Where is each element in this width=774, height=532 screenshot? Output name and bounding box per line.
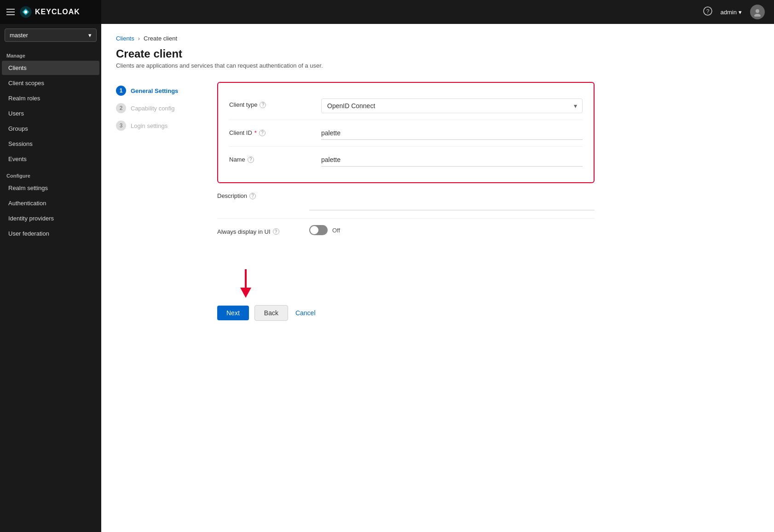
realm-dropdown-icon: ▾ xyxy=(88,32,92,39)
sidebar-item-client-scopes[interactable]: Client scopes xyxy=(2,76,99,90)
svg-text:?: ? xyxy=(706,8,709,15)
sidebar-item-events[interactable]: Events xyxy=(2,152,99,166)
avatar[interactable] xyxy=(750,5,765,19)
step-3: 3 Login settings xyxy=(116,117,199,134)
description-control xyxy=(309,190,595,212)
username-label: admin xyxy=(721,9,737,16)
sidebar-item-clients[interactable]: Clients xyxy=(2,61,99,75)
breadcrumb: Clients › Create client xyxy=(116,35,759,42)
buttons-area: Next Back Cancel xyxy=(217,305,759,339)
back-button[interactable]: Back xyxy=(254,305,288,321)
step-3-label: Login settings xyxy=(131,122,168,129)
client-type-row: Client type ? OpenID Connect SAML ▾ xyxy=(229,92,583,120)
description-textarea[interactable] xyxy=(309,190,595,210)
name-help-icon[interactable]: ? xyxy=(248,156,254,163)
description-help-icon[interactable]: ? xyxy=(249,193,256,199)
form-layout: 1 General Settings 2 Capability config 3… xyxy=(116,82,759,242)
sidebar-item-authentication[interactable]: Authentication xyxy=(2,196,99,210)
sidebar-item-user-federation[interactable]: User federation xyxy=(2,226,99,241)
toggle-off-label: Off xyxy=(332,227,340,234)
toggle-slider xyxy=(309,225,328,235)
realm-selector[interactable]: master ▾ xyxy=(5,29,97,42)
logo-label: KEYCLOAK xyxy=(35,8,80,16)
client-type-control: OpenID Connect SAML ▾ xyxy=(321,98,583,113)
always-display-toggle[interactable] xyxy=(309,225,328,235)
arrow-annotation xyxy=(240,269,759,298)
step-1: 1 General Settings xyxy=(116,82,199,99)
sidebar-item-realm-settings[interactable]: Realm settings xyxy=(2,181,99,195)
step-2-label: Capability config xyxy=(131,105,174,112)
sidebar-header: KEYCLOAK xyxy=(0,0,101,24)
realm-name: master xyxy=(10,32,28,39)
client-type-select-wrapper: OpenID Connect SAML ▾ xyxy=(321,98,583,113)
client-type-help-icon[interactable]: ? xyxy=(260,102,266,108)
name-row: Name ? xyxy=(229,147,583,173)
step-2-number: 2 xyxy=(116,103,126,113)
sidebar-item-sessions[interactable]: Sessions xyxy=(2,137,99,151)
page-content: Clients › Create client Create client Cl… xyxy=(101,24,774,532)
arrow-down-icon xyxy=(240,288,251,298)
hamburger-icon[interactable] xyxy=(6,9,15,15)
next-button[interactable]: Next xyxy=(217,306,249,320)
breadcrumb-current: Create client xyxy=(144,35,177,42)
name-control xyxy=(321,153,583,167)
description-row: Description ? xyxy=(217,183,595,219)
step-1-number: 1 xyxy=(116,86,126,96)
always-display-label: Always display in UI ? xyxy=(217,226,300,235)
client-id-control xyxy=(321,127,583,140)
description-label: Description ? xyxy=(217,190,300,199)
name-label: Name ? xyxy=(229,153,312,163)
general-settings-form: Client type ? OpenID Connect SAML ▾ xyxy=(217,82,595,183)
svg-point-5 xyxy=(754,14,761,17)
client-id-help-icon[interactable]: ? xyxy=(259,130,266,136)
step-3-number: 3 xyxy=(116,121,126,131)
client-id-input[interactable] xyxy=(321,127,583,140)
breadcrumb-parent[interactable]: Clients xyxy=(116,35,134,42)
client-id-row: Client ID * ? xyxy=(229,120,583,147)
cancel-button[interactable]: Cancel xyxy=(294,306,318,320)
client-type-select[interactable]: OpenID Connect SAML xyxy=(321,98,583,113)
step-2: 2 Capability config xyxy=(116,99,199,117)
sidebar-item-realm-roles[interactable]: Realm roles xyxy=(2,91,99,105)
main-content: ? admin ▾ Clients › Create client Create… xyxy=(101,0,774,532)
client-id-required-marker: * xyxy=(254,129,257,136)
sidebar-item-groups[interactable]: Groups xyxy=(2,121,99,136)
always-display-toggle-row: Off xyxy=(309,225,340,235)
step-1-label: General Settings xyxy=(131,87,178,94)
svg-point-1 xyxy=(24,11,28,14)
user-dropdown-icon: ▾ xyxy=(739,9,742,16)
sidebar-item-identity-providers[interactable]: Identity providers xyxy=(2,211,99,226)
keycloak-logo: KEYCLOAK xyxy=(19,6,80,18)
configure-section-label: Configure xyxy=(0,167,101,180)
manage-section-label: Manage xyxy=(0,46,101,60)
always-display-help-icon[interactable]: ? xyxy=(273,228,279,235)
client-id-label: Client ID * ? xyxy=(229,127,312,136)
breadcrumb-separator: › xyxy=(138,35,140,42)
name-input[interactable] xyxy=(321,153,583,167)
steps-panel: 1 General Settings 2 Capability config 3… xyxy=(116,82,199,242)
sidebar: KEYCLOAK master ▾ Manage Clients Client … xyxy=(0,0,101,532)
page-title: Create client xyxy=(116,47,759,60)
client-type-label: Client type ? xyxy=(229,98,312,108)
sidebar-item-users[interactable]: Users xyxy=(2,106,99,121)
user-menu[interactable]: admin ▾ xyxy=(721,9,742,16)
help-icon[interactable]: ? xyxy=(703,6,712,17)
always-display-row: Always display in UI ? Off xyxy=(217,219,595,242)
topbar: ? admin ▾ xyxy=(101,0,774,24)
arrow-stem xyxy=(245,269,247,288)
page-subtitle: Clients are applications and services th… xyxy=(116,62,759,69)
svg-point-4 xyxy=(756,9,759,13)
